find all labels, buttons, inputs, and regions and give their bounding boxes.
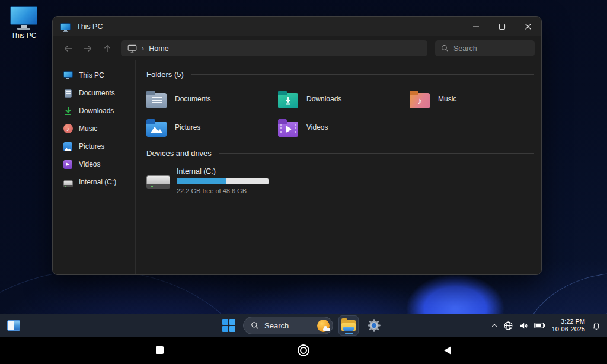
recents-button[interactable] <box>156 346 164 354</box>
drive-usage-bar <box>177 178 269 184</box>
section-divider <box>191 74 534 75</box>
minimize-button[interactable] <box>463 17 489 36</box>
drive-name: Internal (C:) <box>177 167 269 175</box>
drive-free-space: 22.2 GB free of 48.6 GB <box>177 187 269 194</box>
hard-drive-icon <box>146 175 170 184</box>
this-pc-monitor-icon <box>10 6 37 25</box>
folder-item-downloads[interactable]: Downloads <box>278 85 410 113</box>
folders-header-label: Folders (5) <box>146 70 184 79</box>
this-pc-icon <box>63 71 73 81</box>
window-title: This PC <box>76 23 103 31</box>
search-placeholder: Search <box>453 44 477 53</box>
drive-icon <box>63 177 73 187</box>
settings-taskbar-button[interactable] <box>364 315 384 336</box>
sidebar-item-label: Pictures <box>79 142 104 151</box>
folder-item-videos[interactable]: Videos <box>278 113 410 142</box>
window-controls <box>463 17 541 36</box>
search-icon <box>251 321 259 330</box>
sidebar: This PC Documents Downloads ♪ Music P <box>53 60 136 274</box>
weather-icon[interactable] <box>317 320 330 332</box>
window-titlebar[interactable]: This PC <box>53 17 541 36</box>
sidebar-item-music[interactable]: ♪ Music <box>53 120 135 138</box>
desktop-icon-label: This PC <box>5 31 43 40</box>
music-folder-icon: ♪ <box>410 93 430 108</box>
downloads-icon <box>63 106 73 116</box>
taskbar-search[interactable]: Search <box>243 317 333 334</box>
sidebar-item-documents[interactable]: Documents <box>53 84 135 102</box>
drive-item-internal-c[interactable]: Internal (C:) 22.2 GB free of 48.6 GB <box>146 167 534 194</box>
monitor-outline-icon <box>127 44 137 53</box>
battery-icon[interactable] <box>534 322 545 329</box>
volume-icon[interactable] <box>519 321 529 331</box>
sidebar-item-label: This PC <box>79 71 104 79</box>
window-panes-icon[interactable] <box>7 320 20 331</box>
sidebar-item-label: Music <box>79 124 97 133</box>
folders-grid: Documents Downloads ♪ Music Pictures <box>146 85 534 142</box>
android-navigation-bar <box>0 337 607 364</box>
sidebar-item-label: Downloads <box>79 107 114 115</box>
drives-section-header: Devices and drives <box>146 149 534 158</box>
section-divider <box>219 153 534 154</box>
videos-icon: ▶ <box>63 159 73 170</box>
folder-item-pictures[interactable]: Pictures <box>146 113 278 142</box>
start-button[interactable] <box>220 317 238 334</box>
content-pane: Folders (5) Documents Downloads ♪ Music <box>136 60 541 274</box>
clock[interactable]: 3:22 PM 10-06-2025 <box>552 318 585 333</box>
file-explorer-window: This PC › Home <box>52 16 542 275</box>
taskbar-search-label: Search <box>264 321 312 330</box>
pictures-folder-icon <box>146 122 167 137</box>
folder-item-documents[interactable]: Documents <box>146 85 278 113</box>
music-icon: ♪ <box>63 124 73 134</box>
address-bar[interactable]: › Home <box>121 40 427 56</box>
tray-time: 3:22 PM <box>552 318 585 325</box>
back-button[interactable] <box>444 346 451 355</box>
maximize-button[interactable] <box>489 17 515 36</box>
drives-section: Devices and drives Internal (C:) 22.2 GB… <box>146 149 534 194</box>
network-globe-icon[interactable] <box>503 321 513 331</box>
tray-chevron-up-icon[interactable] <box>491 322 498 329</box>
sidebar-item-label: Internal (C:) <box>79 178 116 186</box>
notifications-bell-icon[interactable] <box>592 321 601 330</box>
system-tray: 3:22 PM 10-06-2025 <box>491 314 603 337</box>
breadcrumb-chevron-icon: › <box>142 44 144 53</box>
window-body: This PC Documents Downloads ♪ Music P <box>53 60 541 274</box>
file-explorer-taskbar-button[interactable] <box>338 315 359 336</box>
sidebar-item-downloads[interactable]: Downloads <box>53 102 135 120</box>
close-button[interactable] <box>515 17 541 36</box>
sidebar-item-pictures[interactable]: Pictures <box>53 138 135 155</box>
explorer-search-input[interactable]: Search <box>435 40 535 56</box>
downloads-folder-icon <box>278 93 298 108</box>
sidebar-item-internal-c[interactable]: Internal (C:) <box>53 173 135 191</box>
this-pc-icon <box>60 23 71 30</box>
folder-item-music[interactable]: ♪ Music <box>410 85 541 113</box>
windows-logo-icon <box>222 319 235 332</box>
search-icon <box>441 44 449 52</box>
drives-header-label: Devices and drives <box>146 149 212 158</box>
sidebar-item-label: Documents <box>79 89 115 97</box>
file-explorer-icon <box>341 320 356 331</box>
taskbar: Search <box>0 314 607 337</box>
gear-icon <box>366 318 382 333</box>
folders-section-header: Folders (5) <box>146 70 534 79</box>
tray-date: 10-06-2025 <box>552 325 585 333</box>
pictures-icon <box>63 142 73 152</box>
up-icon[interactable] <box>98 40 116 57</box>
drive-usage-fill <box>177 178 226 184</box>
taskbar-center: Search <box>220 314 384 337</box>
sidebar-item-this-pc[interactable]: This PC <box>53 66 135 84</box>
forward-icon[interactable] <box>79 40 96 57</box>
documents-folder-icon <box>146 93 167 108</box>
desktop-icon-this-pc[interactable]: This PC <box>5 6 43 40</box>
breadcrumb-location[interactable]: Home <box>149 44 168 53</box>
navigation-toolbar: › Home Search <box>53 36 541 60</box>
videos-folder-icon <box>278 122 298 137</box>
documents-icon <box>63 88 73 98</box>
home-button[interactable] <box>298 344 309 356</box>
back-icon[interactable] <box>59 40 76 57</box>
sidebar-item-videos[interactable]: ▶ Videos <box>53 155 135 173</box>
sidebar-item-label: Videos <box>79 160 100 168</box>
